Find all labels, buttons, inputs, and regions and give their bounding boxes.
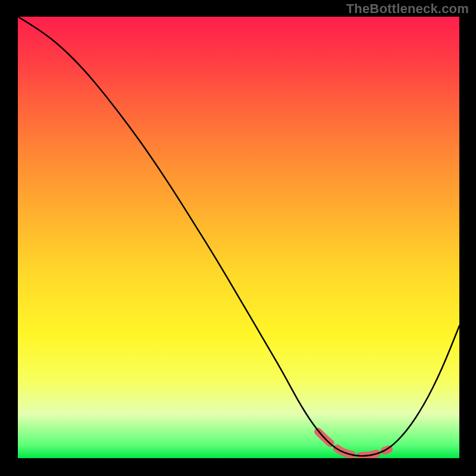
watermark-text: TheBottleneck.com <box>346 1 469 17</box>
chart-container: TheBottleneck.com <box>0 0 476 476</box>
plot-area <box>18 17 459 458</box>
curve-overlay <box>18 17 459 458</box>
bottleneck-curve-line <box>18 17 459 456</box>
optimal-zone-highlight <box>318 432 389 456</box>
